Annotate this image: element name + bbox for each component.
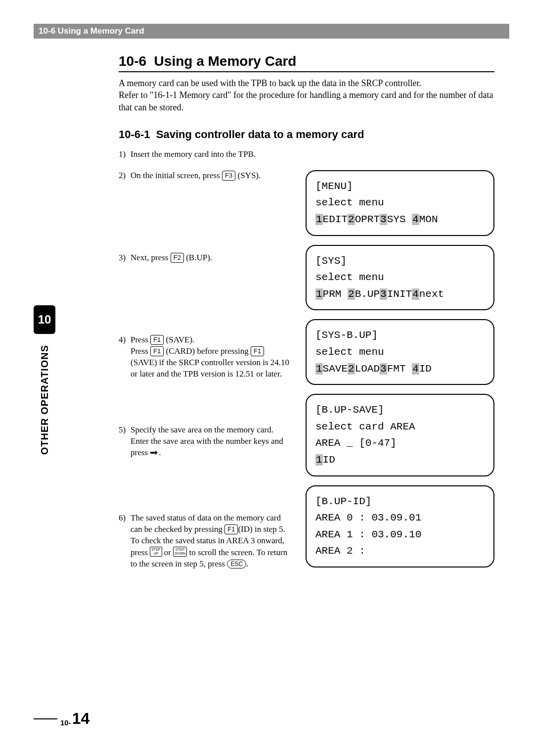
lcd-line: AREA 2 : [315, 543, 485, 560]
f1-key: F1 [150, 335, 164, 345]
step-number: 2) [119, 170, 131, 242]
lcd-line: AREA 0 : 03.09.01 [315, 510, 485, 526]
footer-page: 14 [72, 710, 90, 726]
lcd-softkeys: 1SAVE2LOAD3FMT 4ID [315, 361, 485, 378]
f1-key: F1 [224, 524, 238, 534]
step-text: Specify the save area on the memory card… [131, 425, 292, 503]
enter-arrow-icon: ⮕ [150, 447, 159, 459]
header-title: 10-6 Using a Memory Card [34, 26, 144, 36]
step-5: 5) Specify the save area on the memory c… [119, 425, 292, 503]
lcd-line: [B.UP-ID] [315, 493, 485, 510]
esc-key: ESC [227, 560, 246, 568]
lcd-sys-bup: [SYS-B.UP] select menu 1SAVE2LOAD3FMT 4I… [306, 319, 494, 385]
page-header: 10-6 Using a Memory Card [34, 24, 509, 39]
f2-key: F2 [171, 253, 184, 263]
intro-paragraph: A memory card can be used with the TPB t… [119, 77, 494, 113]
step-text: Insert the memory card into the TPB. [131, 149, 494, 160]
step-number: 6) [119, 513, 131, 570]
step-3: 3) Next, press F2 (B.UP). [119, 252, 292, 325]
heading-rule [119, 71, 494, 72]
footer-rule [34, 718, 57, 719]
step-4: 4) Press F1 (SAVE). Press F1 (CARD) befo… [119, 334, 292, 415]
lcd-bup-id: [B.UP-ID] AREA 0 : 03.09.01 AREA 1 : 03.… [306, 485, 494, 567]
lcd-line: [SYS-B.UP] [315, 327, 485, 344]
step-1: 1) Insert the memory card into the TPB. [119, 149, 494, 160]
step-down-key: STEPDOWN [173, 547, 187, 557]
footer-chapter: 10- [60, 719, 71, 726]
lcd-bup-save: [B.UP-SAVE] select card AREA AREA _ [0-4… [306, 394, 494, 476]
lcd-line: select menu [315, 269, 485, 286]
step-2: 2) On the initial screen, press F3 (SYS)… [119, 170, 292, 242]
step-text: Press F1 (SAVE). Press F1 (CARD) before … [131, 334, 292, 415]
step-number: 1) [119, 149, 131, 160]
step-number: 5) [119, 425, 131, 503]
chapter-badge: 10 [34, 305, 55, 334]
step-number: 3) [119, 252, 131, 325]
lcd-line: AREA _ [0-47] [315, 435, 485, 452]
lcd-softkeys: 1PRM 2B.UP3INIT4next [315, 286, 485, 303]
lcd-softkeys: 1ID [315, 452, 485, 469]
section-heading: 10-6 Using a Memory Card [119, 53, 494, 69]
step-text: The saved status of data on the memory c… [131, 513, 292, 570]
step-text: Next, press F2 (B.UP). [131, 252, 292, 325]
page-footer: 10- 14 [34, 710, 89, 726]
step-text: On the initial screen, press F3 (SYS). [131, 170, 292, 242]
lcd-line: select menu [315, 344, 485, 361]
lcd-line: select card AREA [315, 419, 485, 435]
section-title: Using a Memory Card [154, 53, 297, 69]
side-rail: 10 OTHER OPERATIONS [34, 305, 55, 756]
lcd-line: select menu [315, 194, 485, 211]
f1-key: F1 [150, 346, 164, 356]
subsection-heading: 10-6-1 Saving controller data to a memor… [119, 128, 494, 141]
f1-key: F1 [251, 346, 264, 356]
lcd-line: AREA 1 : 03.09.10 [315, 526, 485, 543]
step-6: 6) The saved status of data on the memor… [119, 513, 292, 570]
step-up-key: STEPUP [150, 547, 162, 557]
lcd-menu: [MENU] select menu 1EDIT2OPRT3SYS 4MON [306, 170, 494, 236]
section-number: 10-6 [119, 53, 146, 69]
subsection-number: 10-6-1 [119, 128, 150, 141]
lcd-line: [MENU] [315, 178, 485, 195]
chapter-label: OTHER OPERATIONS [39, 345, 50, 455]
lcd-line: [SYS] [315, 253, 485, 270]
step-number: 4) [119, 334, 131, 415]
f3-key: F3 [222, 171, 235, 181]
lcd-sys: [SYS] select menu 1PRM 2B.UP3INIT4next [306, 245, 494, 311]
subsection-title: Saving controller data to a memory card [156, 128, 364, 141]
lcd-softkeys: 1EDIT2OPRT3SYS 4MON [315, 211, 485, 228]
lcd-line: [B.UP-SAVE] [315, 402, 485, 419]
